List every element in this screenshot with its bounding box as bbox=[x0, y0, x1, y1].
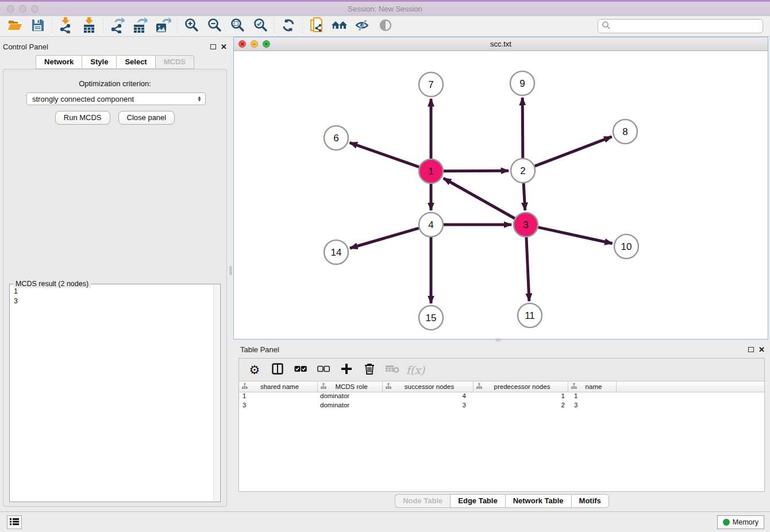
tab-node-table[interactable]: Node Table bbox=[395, 494, 450, 508]
memory-button[interactable]: Memory bbox=[717, 515, 764, 529]
network-graph-canvas[interactable]: 7968124314101511 bbox=[234, 51, 768, 339]
table-cell[interactable]: 4 bbox=[383, 392, 473, 402]
table-cell[interactable]: 1 bbox=[239, 392, 318, 402]
float-table-panel-icon[interactable] bbox=[748, 347, 754, 352]
table-header-row[interactable]: shared nameMCDS rolesuccessor nodesprede… bbox=[239, 381, 764, 392]
eye-disabled-icon bbox=[379, 18, 392, 34]
import-table-icon bbox=[82, 17, 96, 35]
tab-network[interactable]: Network bbox=[36, 55, 82, 69]
clone-network-button[interactable] bbox=[305, 18, 328, 35]
float-panel-icon[interactable] bbox=[210, 44, 216, 49]
node-6[interactable]: 6 bbox=[324, 126, 348, 150]
node-10[interactable]: 10 bbox=[614, 234, 638, 259]
save-session-button[interactable] bbox=[26, 18, 49, 35]
column-header-predecessor-nodes[interactable]: predecessor nodes bbox=[473, 381, 568, 392]
status-bar: Memory bbox=[0, 511, 770, 532]
tab-network-table[interactable]: Network Table bbox=[505, 494, 571, 508]
search-field[interactable] bbox=[598, 19, 763, 33]
table-cell[interactable]: dominator bbox=[318, 392, 383, 402]
select-all-columns-button[interactable] bbox=[291, 361, 310, 379]
split-pane-icon bbox=[272, 363, 283, 376]
edge-1-2[interactable] bbox=[444, 171, 509, 171]
table-cell[interactable]: 1 bbox=[473, 392, 568, 402]
export-table-button[interactable] bbox=[129, 18, 152, 35]
edge-2-8[interactable] bbox=[535, 137, 612, 166]
function-builder-button[interactable]: f(x) bbox=[406, 361, 425, 379]
column-header-name[interactable]: name bbox=[568, 381, 617, 392]
node-1[interactable]: 1 bbox=[419, 159, 443, 183]
node-7[interactable]: 7 bbox=[419, 72, 443, 97]
node-2[interactable]: 2 bbox=[511, 159, 535, 183]
mcds-panel: Optimization criterion: strongly connect… bbox=[3, 69, 227, 507]
home-view-button[interactable] bbox=[328, 18, 351, 35]
edge-1-6[interactable] bbox=[350, 142, 419, 167]
run-mcds-button[interactable]: Run MCDS bbox=[55, 111, 110, 125]
import-table-button[interactable] bbox=[78, 18, 101, 35]
network-window-titlebar[interactable]: ✕ − + scc.txt bbox=[234, 37, 768, 51]
zoom-fit-button[interactable] bbox=[226, 18, 249, 35]
table-settings-button[interactable]: ⚙ bbox=[245, 361, 264, 379]
delete-table-button[interactable] bbox=[383, 361, 402, 379]
hide-eye-button[interactable] bbox=[351, 18, 374, 35]
table-cell[interactable]: dominator bbox=[318, 402, 383, 411]
close-panel-button[interactable]: Close panel bbox=[118, 111, 175, 125]
close-table-panel-icon[interactable]: ✕ bbox=[759, 346, 765, 353]
node-9[interactable]: 9 bbox=[510, 71, 534, 95]
table-row[interactable]: 3dominator323 bbox=[239, 402, 764, 411]
zoom-out-button[interactable] bbox=[203, 18, 226, 35]
maximize-network-icon[interactable]: + bbox=[263, 40, 270, 48]
deselect-all-columns-button[interactable] bbox=[314, 361, 333, 379]
search-input[interactable] bbox=[611, 22, 763, 30]
toolbar-separator bbox=[274, 18, 275, 34]
delete-column-button[interactable] bbox=[360, 361, 379, 379]
table-cell[interactable]: 2 bbox=[473, 402, 568, 411]
import-network-button[interactable] bbox=[55, 18, 78, 35]
open-session-button[interactable] bbox=[3, 18, 26, 35]
horizontal-splitter-handle[interactable] bbox=[495, 338, 501, 341]
vertical-splitter-handle[interactable] bbox=[229, 266, 232, 275]
close-network-icon[interactable]: ✕ bbox=[238, 40, 246, 48]
edge-4-14[interactable] bbox=[350, 228, 419, 248]
table-cell[interactable]: 3 bbox=[239, 402, 318, 411]
column-header-MCDS-role[interactable]: MCDS role bbox=[318, 381, 383, 392]
mcds-result-list[interactable]: 1 3 bbox=[10, 287, 213, 501]
node-15[interactable]: 15 bbox=[419, 306, 443, 330]
table-cell[interactable]: 3 bbox=[383, 402, 473, 411]
optimization-criterion-select[interactable]: strongly connected component ▲▼ bbox=[26, 92, 206, 105]
tab-style[interactable]: Style bbox=[82, 55, 116, 69]
table-cell[interactable]: 1 bbox=[568, 392, 617, 402]
zoom-selected-button[interactable] bbox=[249, 18, 272, 35]
svg-text:4: 4 bbox=[428, 219, 433, 230]
column-header-shared-name[interactable]: shared name bbox=[239, 381, 318, 392]
node-4[interactable]: 4 bbox=[419, 213, 443, 237]
edge-2-9[interactable] bbox=[522, 98, 523, 158]
export-network-button[interactable] bbox=[106, 18, 129, 35]
edge-2-3[interactable] bbox=[523, 183, 525, 210]
clone-network-icon bbox=[309, 17, 324, 35]
tab-select[interactable]: Select bbox=[116, 55, 155, 69]
node-8[interactable]: 8 bbox=[613, 119, 637, 144]
node-3[interactable]: 3 bbox=[514, 213, 538, 237]
refresh-layout-button[interactable] bbox=[277, 18, 300, 35]
table-cell[interactable]: 3 bbox=[568, 402, 617, 411]
svg-text:3: 3 bbox=[523, 219, 528, 230]
minimize-network-icon[interactable]: − bbox=[251, 40, 258, 48]
toggle-panes-button[interactable] bbox=[268, 361, 287, 379]
table-row[interactable]: 1dominator411 bbox=[239, 392, 764, 402]
task-history-button[interactable] bbox=[7, 515, 22, 529]
zoom-in-button[interactable] bbox=[180, 18, 203, 35]
export-image-button[interactable] bbox=[152, 18, 175, 35]
tab-edge-table[interactable]: Edge Table bbox=[450, 494, 505, 508]
edge-3-11[interactable] bbox=[526, 237, 529, 301]
tab-mcds[interactable]: MCDS bbox=[155, 55, 194, 69]
tab-motifs[interactable]: Motifs bbox=[571, 494, 609, 508]
edge-3-10[interactable] bbox=[538, 228, 612, 244]
add-column-button[interactable] bbox=[337, 361, 356, 379]
node-14[interactable]: 14 bbox=[324, 240, 348, 264]
show-eye-button[interactable] bbox=[374, 18, 397, 35]
node-11[interactable]: 11 bbox=[518, 303, 542, 327]
close-panel-icon[interactable]: ✕ bbox=[221, 43, 227, 51]
result-scrollbar[interactable] bbox=[213, 285, 220, 501]
column-header-successor-nodes[interactable]: successor nodes bbox=[383, 381, 473, 392]
edge-3-1[interactable] bbox=[444, 178, 515, 218]
